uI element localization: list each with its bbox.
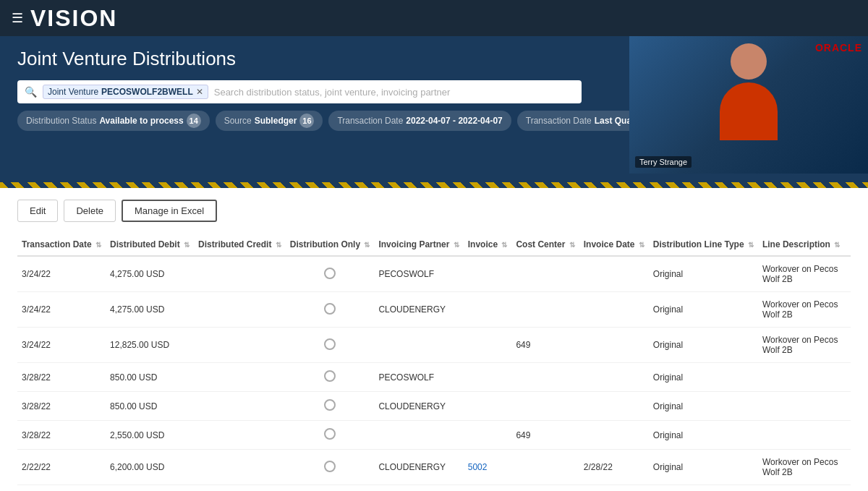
table-header: Transaction Date ⇅ Distributed Debit ⇅ D…: [17, 234, 851, 256]
radio-circle[interactable]: [324, 461, 336, 472]
cell-distributed-debit: 4,275.00 USD: [106, 256, 194, 292]
cell-distributed-credit: [194, 392, 286, 421]
search-tag-close[interactable]: ✕: [196, 87, 203, 97]
table-row[interactable]: 2/28/22 3,327.50 USD CLOUDENERGY 5002 2/…: [17, 485, 851, 492]
table-row[interactable]: 3/28/22 850.00 USD CLOUDENERGY Original: [17, 392, 851, 421]
filter-chip-0[interactable]: Distribution Status Available to process…: [17, 111, 210, 131]
cell-invoicing-partner: CLOUDENERGY: [374, 485, 463, 492]
cell-cost-center: [511, 392, 579, 421]
col-header-line-description[interactable]: Line Description ⇅: [758, 234, 851, 256]
col-header-invoicing-partner[interactable]: Invoicing Partner ⇅: [374, 234, 463, 256]
table-row[interactable]: 3/24/22 4,275.00 USD CLOUDENERGY Origina…: [17, 292, 851, 328]
col-header-invoice-date[interactable]: Invoice Date ⇅: [579, 234, 649, 256]
radio-circle[interactable]: [324, 268, 336, 279]
edit-button[interactable]: Edit: [17, 200, 58, 222]
manage-excel-button[interactable]: Manage in Excel: [122, 200, 217, 222]
cell-distribution-line-type: Original: [649, 450, 758, 485]
cell-distribution-only: [286, 450, 375, 485]
cell-invoicing-partner: CLOUDENERGY: [374, 392, 463, 421]
cell-cost-center: [511, 363, 579, 392]
cell-cost-center: [511, 292, 579, 328]
cell-line-description: Workover on Pecos Wolf 2B: [758, 328, 851, 363]
radio-circle[interactable]: [324, 303, 336, 315]
table-row[interactable]: 2/22/22 6,200.00 USD CLOUDENERGY 5002 2/…: [17, 450, 851, 485]
cell-distribution-only: [286, 328, 375, 363]
main-content: Edit Delete Manage in Excel Transaction …: [0, 188, 868, 491]
cell-distribution-line-type: Original: [649, 292, 758, 328]
cell-distribution-line-type: Original: [649, 256, 758, 292]
menu-icon[interactable]: ☰: [12, 10, 23, 26]
cell-distribution-line-type: Original: [649, 421, 758, 450]
radio-circle[interactable]: [324, 338, 336, 350]
delete-button[interactable]: Delete: [64, 200, 116, 222]
col-header-distributed-credit[interactable]: Distributed Credit ⇅: [194, 234, 286, 256]
cell-distribution-line-type: Original: [649, 363, 758, 392]
cell-distributed-debit: 6,200.00 USD: [106, 450, 194, 485]
cell-distributed-credit: [194, 485, 286, 492]
table-wrapper: Transaction Date ⇅ Distributed Debit ⇅ D…: [17, 234, 851, 491]
col-header-invoice[interactable]: Invoice ⇅: [464, 234, 512, 256]
filter-chip-1[interactable]: Source Subledger 16: [216, 111, 323, 131]
cell-invoice: [464, 363, 512, 392]
search-icon: 🔍: [25, 86, 37, 98]
banner-area: ORACLE Terry Strange Joint Venture Distr…: [0, 36, 868, 188]
col-header-distributed-debit[interactable]: Distributed Debit ⇅: [106, 234, 194, 256]
app-logo: VISION: [30, 5, 117, 32]
cell-invoice: [464, 421, 512, 450]
filter-chip-2[interactable]: Transaction Date 2022-04-07 - 2022-04-07: [328, 111, 511, 131]
cell-distributed-credit: [194, 328, 286, 363]
cell-distributed-credit: [194, 421, 286, 450]
cell-invoice-date: [579, 392, 649, 421]
sort-icon-debit: ⇅: [184, 241, 190, 249]
search-tag-value: PECOSWOLF2BWELL: [101, 87, 193, 97]
table-row[interactable]: 3/24/22 12,825.00 USD 649 Original Worko…: [17, 328, 851, 363]
sort-icon-invoice: ⇅: [501, 241, 507, 249]
cell-distributed-credit: [194, 450, 286, 485]
cell-distribution-only: [286, 485, 375, 492]
radio-circle[interactable]: [324, 370, 336, 382]
cell-transaction-date: 3/24/22: [17, 328, 106, 363]
cell-distribution-line-type: Original: [649, 328, 758, 363]
toolbar: Edit Delete Manage in Excel: [17, 200, 851, 222]
cell-cost-center: 649: [511, 328, 579, 363]
cell-invoice: [464, 328, 512, 363]
cell-cost-center: [511, 450, 579, 485]
cell-invoice-date: [579, 328, 649, 363]
sort-icon-linetype: ⇅: [748, 241, 754, 249]
search-bar[interactable]: 🔍 Joint Venture PECOSWOLF2BWELL ✕ Search…: [17, 80, 582, 103]
sort-icon-desc: ⇅: [834, 241, 840, 249]
table-row[interactable]: 3/28/22 2,550.00 USD 649 Original: [17, 421, 851, 450]
sort-icon-cost: ⇅: [569, 241, 575, 249]
cell-distribution-only: [286, 421, 375, 450]
radio-circle[interactable]: [324, 399, 336, 411]
distributions-table: Transaction Date ⇅ Distributed Debit ⇅ D…: [17, 234, 851, 491]
sort-icon-date: ⇅: [95, 241, 101, 249]
sort-icon-partner: ⇅: [454, 241, 459, 249]
col-header-transaction-date[interactable]: Transaction Date ⇅: [17, 234, 106, 256]
table-body: 3/24/22 4,275.00 USD PECOSWOLF Original …: [17, 256, 851, 491]
cell-cost-center: [511, 256, 579, 292]
invoice-link[interactable]: 5002: [468, 462, 488, 472]
cell-invoice: [464, 292, 512, 328]
col-header-cost-center[interactable]: Cost Center ⇅: [511, 234, 579, 256]
cell-distributed-credit: [194, 363, 286, 392]
cell-distributed-credit: [194, 256, 286, 292]
cell-distributed-debit: 3,327.50 USD: [106, 485, 194, 492]
cell-transaction-date: 3/24/22: [17, 256, 106, 292]
cell-line-description: Workover on Pecos Wolf 2B: [758, 256, 851, 292]
table-row[interactable]: 3/28/22 850.00 USD PECOSWOLF Original: [17, 363, 851, 392]
cell-distributed-debit: 4,275.00 USD: [106, 292, 194, 328]
cell-distributed-debit: 12,825.00 USD: [106, 328, 194, 363]
col-header-distribution-only[interactable]: Distribution Only ⇅: [286, 234, 375, 256]
cell-distribution-line-type: Original: [649, 485, 758, 492]
col-header-distribution-line-type[interactable]: Distribution Line Type ⇅: [649, 234, 758, 256]
table-row[interactable]: 3/24/22 4,275.00 USD PECOSWOLF Original …: [17, 256, 851, 292]
cell-invoice: [464, 392, 512, 421]
cell-transaction-date: 3/28/22: [17, 363, 106, 392]
app-header: ☰ VISION: [0, 0, 868, 36]
radio-circle[interactable]: [324, 428, 336, 440]
search-tag[interactable]: Joint Venture PECOSWOLF2BWELL ✕: [43, 85, 208, 99]
video-presenter-area: ORACLE Terry Strange: [629, 36, 868, 174]
cell-invoicing-partner: CLOUDENERGY: [374, 450, 463, 485]
cell-distributed-debit: 850.00 USD: [106, 363, 194, 392]
